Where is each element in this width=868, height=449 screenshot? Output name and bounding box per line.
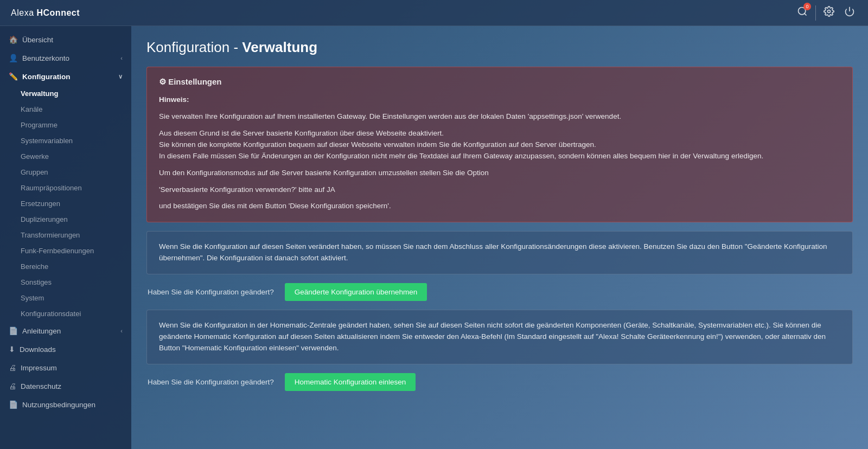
chevron-icon: ‹ (120, 55, 123, 61)
user-icon: 👤 (9, 54, 18, 62)
sidebar-item-kanaele[interactable]: Kanäle (0, 101, 131, 117)
info-card-2: Wenn Sie die Konfiguration in der Homema… (146, 310, 853, 364)
sidebar-item-gewerke[interactable]: Gewerke (0, 149, 131, 164)
print-icon: 🖨 (9, 363, 16, 372)
sidebar-item-verwaltung[interactable]: Verwaltung (0, 86, 131, 101)
svg-line-1 (805, 14, 807, 16)
chevron-icon-anleitungen: ‹ (120, 328, 123, 334)
sidebar-item-impressum[interactable]: 🖨 Impressum (0, 358, 131, 377)
sidebar-item-duplizierungen[interactable]: Duplizierungen (0, 211, 131, 227)
shield-icon: 🖨 (9, 382, 16, 390)
sidebar-item-nutzungsbedingungen[interactable]: 📄 Nutzungsbedingungen (0, 395, 131, 414)
sidebar-item-programme[interactable]: Programme (0, 117, 131, 133)
sidebar-item-gruppen[interactable]: Gruppen (0, 164, 131, 180)
main-content: Konfiguration - Verwaltung ⚙ Einstellung… (131, 26, 868, 449)
sidebar-item-datenschutz[interactable]: 🖨 Datenschutz (0, 377, 131, 395)
sidebar-item-system[interactable]: System (0, 290, 131, 306)
warning-p4: 'Serverbasierte Konfiguration verwenden?… (159, 184, 840, 196)
action-label-2: Haben Sie die Konfiguration geändert? (148, 378, 274, 386)
warning-p1: Sie verwalten Ihre Konfiguration auf Ihr… (159, 111, 840, 123)
sidebar-item-systemvariablen[interactable]: Systemvariablen (0, 133, 131, 149)
action-row-1: Haben Sie die Konfiguration geändert? Ge… (146, 283, 853, 301)
download-icon: ⬇ (9, 345, 15, 354)
action-label-1: Haben Sie die Konfiguration geändert? (148, 288, 274, 296)
layout: 🏠 Übersicht 👤 Benutzerkonto ‹ ✏️ Konfigu… (0, 26, 868, 449)
read-homematic-config-button[interactable]: Homematic Konfiguration einlesen (285, 373, 416, 391)
top-header: Alexa HConnect 0 (0, 0, 868, 26)
notification-badge: 0 (803, 3, 811, 10)
sidebar-item-sonstiges[interactable]: Sonstiges (0, 274, 131, 290)
accept-config-button[interactable]: Geänderte Konfiguration übernehmen (285, 283, 427, 301)
notifications-button[interactable]: 0 (795, 4, 810, 22)
settings-card: ⚙ Einstellungen Hinweis: Sie verwalten I… (146, 67, 853, 222)
sidebar-item-transformierungen[interactable]: Transformierungen (0, 227, 131, 243)
header-divider (815, 5, 816, 21)
sidebar-item-funk-fernbedienungen[interactable]: Funk-Fernbedienungen (0, 243, 131, 259)
warning-p5: und bestätigen Sie dies mit dem Button '… (159, 201, 840, 212)
action-row-2: Haben Sie die Konfiguration geändert? Ho… (146, 373, 853, 391)
sidebar-item-raumpraepositionen[interactable]: Raumpräpositionen (0, 180, 131, 196)
sidebar-item-downloads[interactable]: ⬇ Downloads (0, 340, 131, 358)
settings-header: ⚙ Einstellungen (159, 77, 840, 87)
document-icon: 📄 (9, 326, 18, 335)
svg-point-2 (828, 10, 831, 13)
page-title: Konfiguration - Verwaltung (146, 39, 853, 56)
warning-p3: Um den Konfigurationsmodus auf die Serve… (159, 168, 840, 179)
terms-icon: 📄 (9, 400, 18, 409)
sidebar-item-uebersicht[interactable]: 🏠 Übersicht (0, 30, 131, 49)
sidebar-item-konfiguration[interactable]: ✏️ Konfiguration ∨ (0, 67, 131, 86)
pencil-icon: ✏️ (9, 72, 18, 81)
home-icon: 🏠 (9, 35, 18, 44)
settings-button[interactable] (821, 4, 837, 22)
header-icons: 0 (795, 4, 857, 22)
info-card-1: Wenn Sie die Konfiguration auf diesen Se… (146, 231, 853, 274)
sidebar: 🏠 Übersicht 👤 Benutzerkonto ‹ ✏️ Konfigu… (0, 26, 131, 449)
sidebar-item-konfigurationsdatei[interactable]: Konfigurationsdatei (0, 306, 131, 322)
chevron-down-icon: ∨ (118, 73, 123, 80)
info-text-2: Wenn Sie die Konfiguration in der Homema… (159, 320, 840, 354)
warning-p2: Aus diesem Grund ist die Server basierte… (159, 128, 840, 162)
sidebar-item-ersetzungen[interactable]: Ersetzungen (0, 196, 131, 211)
sidebar-item-bereiche[interactable]: Bereiche (0, 259, 131, 274)
power-button[interactable] (842, 4, 857, 22)
app-title: Alexa HConnect (11, 8, 80, 18)
info-text-1: Wenn Sie die Konfiguration auf diesen Se… (159, 241, 840, 264)
sidebar-item-benutzerkonto[interactable]: 👤 Benutzerkonto ‹ (0, 49, 131, 67)
warning-p0: Hinweis: (159, 94, 840, 106)
sidebar-item-anleitungen[interactable]: 📄 Anleitungen ‹ (0, 322, 131, 340)
